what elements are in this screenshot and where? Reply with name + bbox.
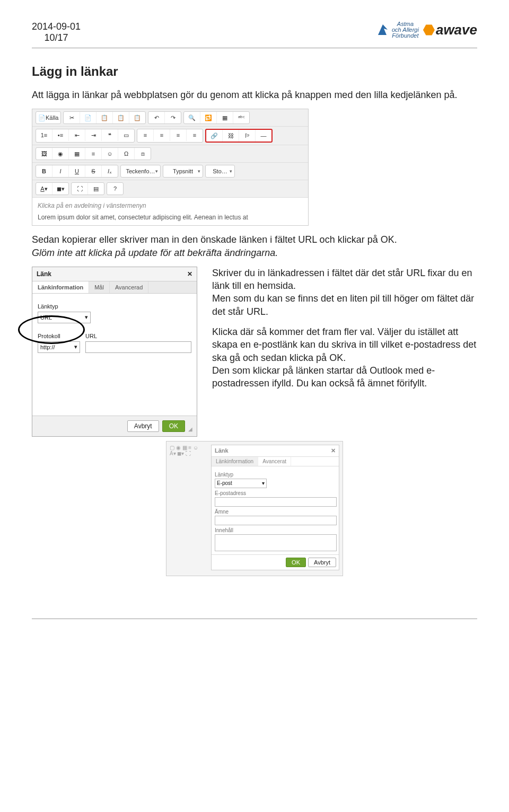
logo-astma-allergi: Astma och Allergi Förbundet [376,21,419,39]
redo-icon[interactable]: ↷ [165,112,181,123]
logo-awave: awave [423,22,477,38]
specialchar-icon[interactable]: Ω [118,148,135,160]
bullet-list-icon[interactable]: •≡ [52,129,69,141]
paragraph-2-italic: Glöm inte att klicka på update för att b… [32,248,278,258]
editor-screenshot: 📄 Källa ✂ 📄 📋 📋 📋 ↶ ↷ 🔍 🔁 ▦ ᵃᵇᶜ 1≡ [32,109,309,226]
epost-close-icon[interactable]: ✕ [331,447,336,454]
undo-icon[interactable]: ↶ [148,112,165,123]
cancel-button[interactable]: Avbryt [127,420,159,432]
div-icon[interactable]: ▭ [118,129,134,141]
epost-address-input[interactable] [215,497,337,507]
link-icon[interactable]: 🔗 [206,130,223,142]
protokoll-select[interactable]: http://▾ [38,341,80,353]
about-icon[interactable]: ? [107,183,123,195]
epost-dialog-screenshot: ▢ ◉ ▦ ≡ ☺A▾ ◼▾ ⛶ Länk ✕ Länkinformation … [166,441,343,576]
epost-innehall-label: Innehåll [215,527,336,533]
epost-innehall-input[interactable] [215,534,337,551]
page-footer-rule [32,619,477,619]
align-left-icon[interactable]: ≡ [137,129,154,141]
spellcheck-icon[interactable]: ᵃᵇᶜ [233,112,249,123]
header-meta: 2014-09-01 10/17 [32,21,81,43]
header-logos: Astma och Allergi Förbundet awave [376,21,477,39]
resize-handle-icon[interactable]: ◢ [188,426,192,432]
bold-icon[interactable]: B [36,165,52,177]
smiley-icon[interactable]: ☺ [102,148,118,160]
epost-ok-button[interactable]: OK [286,558,306,567]
selectall-icon[interactable]: ▦ [217,112,233,123]
align-center-icon[interactable]: ≡ [154,129,170,141]
protokoll-label: Protokoll [38,333,80,339]
paste-text-icon[interactable]: 📋 [113,112,129,123]
font-family-dropdown[interactable]: Teckenfo… [121,165,160,177]
epost-linktype-label: Länktyp [215,472,336,478]
tab-linkinfo[interactable]: Länkinformation [32,281,89,293]
side-toolbar-icons: ▢ ◉ ▦ ≡ ☺A▾ ◼▾ ⛶ [170,445,207,570]
image-icon[interactable]: 🖼 [36,148,52,160]
replace-icon[interactable]: 🔁 [200,112,217,123]
hr2-icon[interactable]: ≡ [85,148,102,160]
paste-word-icon[interactable]: 📋 [129,112,145,123]
ok-button[interactable]: OK [162,420,185,432]
bgcolor-icon[interactable]: ◼▾ [52,183,68,195]
blockquote-icon[interactable]: ❝ [102,129,118,141]
numbered-list-icon[interactable]: 1≡ [36,129,52,141]
linktype-select[interactable]: URL▾ [38,312,91,323]
header-date: 2014-09-01 [32,21,81,32]
epost-dialog-title: Länk [215,447,229,454]
source-button[interactable]: 📄 Källa [36,112,60,123]
section-title: Lägg in länkar [32,64,477,79]
paragraph-2: Sedan kopierar eller skriver man in den … [32,233,477,259]
paragraph-2-text: Sedan kopierar eller skriver man in den … [32,234,397,245]
textcolor-icon[interactable]: A▾ [36,183,52,195]
epost-linktype-select[interactable]: E-post▾ [215,479,267,488]
bird-icon [376,22,390,38]
hexagon-icon [423,24,435,36]
dialog-title: Länk [37,270,51,278]
hr-icon[interactable]: — [256,130,271,142]
page-header: 2014-09-01 10/17 Astma och Allergi Förbu… [32,21,477,48]
align-right-icon[interactable]: ≡ [170,129,187,141]
copy-icon[interactable]: 📄 [80,112,96,123]
removeformat-icon[interactable]: Iₓ [102,165,118,177]
indent-icon[interactable]: ⇥ [85,129,102,141]
header-page: 10/17 [32,32,81,43]
editor-line-2: Lorem ipsum dolor sit amet, consectetur … [38,214,303,221]
font-size-dropdown[interactable]: Sto… [206,165,234,177]
url-input[interactable] [85,341,191,353]
table-icon[interactable]: ▦ [69,148,85,160]
align-justify-icon[interactable]: ≡ [187,129,203,141]
outdent-icon[interactable]: ⇤ [69,129,85,141]
paste-icon[interactable]: 📋 [96,112,113,123]
iframe-icon[interactable]: ⧈ [135,148,151,160]
cut-icon[interactable]: ✂ [64,112,80,123]
tab-advanced[interactable]: Avancerad [110,281,148,293]
epost-amne-input[interactable] [215,516,337,525]
right-paragraph-1: Skriver du in länkadressen i fältet där … [212,267,477,318]
close-icon[interactable]: ✕ [187,270,192,278]
epost-address-label: E-postadress [215,490,336,496]
italic-icon[interactable]: I [52,165,69,177]
intro-paragraph: Att lägga in länkar på webbplatsen gör d… [32,89,477,101]
maximize-icon[interactable]: ⛶ [72,183,88,195]
aaf-text-3: Förbundet [392,33,419,39]
right-paragraph-2: Klicka där så kommer det fram fler val. … [212,325,477,390]
editor-content-area[interactable]: Klicka på en avdelning i vänstermenyn Lo… [32,198,308,225]
epost-tab-info[interactable]: Länkinformation [212,457,258,466]
link-dialog-screenshot: Länk ✕ Länkinformation Mål Avancerad Län… [32,267,201,437]
showblocks-icon[interactable]: ▤ [88,183,104,195]
linktype-label: Länktyp [38,303,191,310]
url-label: URL [85,333,191,339]
unlink-icon[interactable]: ⛓ [223,130,239,142]
epost-amne-label: Ämne [215,509,336,515]
find-icon[interactable]: 🔍 [184,112,200,123]
underline-icon[interactable]: U [69,165,85,177]
flash-icon[interactable]: ◉ [52,148,69,160]
anchor-icon[interactable]: 🏳 [239,130,256,142]
tab-target[interactable]: Mål [89,281,110,293]
editor-line-1: Klicka på en avdelning i vänstermenyn [38,202,303,209]
font-name-dropdown[interactable]: Typsnitt [163,165,203,177]
awave-text: awave [436,22,477,38]
epost-cancel-button[interactable]: Avbryt [308,558,336,567]
epost-tab-adv[interactable]: Avancerat [258,457,291,466]
strike-icon[interactable]: S [85,165,102,177]
